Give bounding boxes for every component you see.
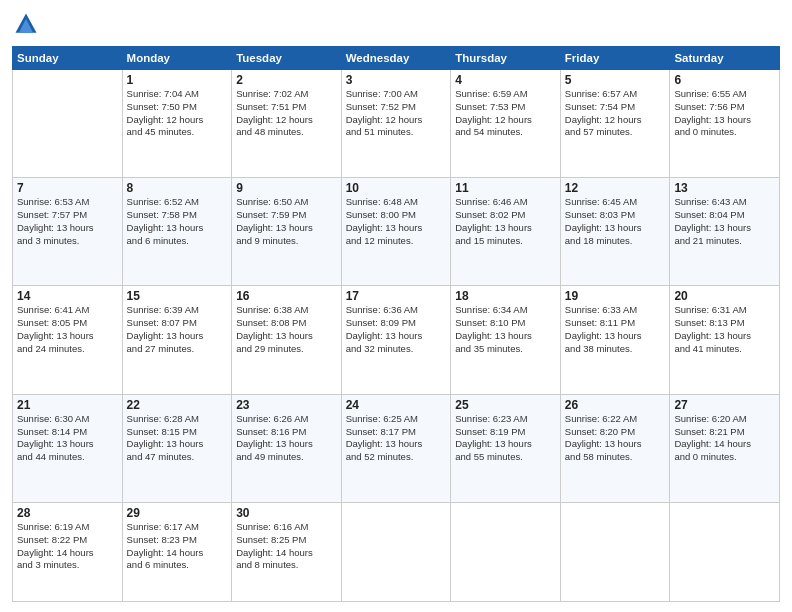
calendar-cell: 5Sunrise: 6:57 AM Sunset: 7:54 PM Daylig… [560,70,670,178]
calendar-cell: 15Sunrise: 6:39 AM Sunset: 8:07 PM Dayli… [122,286,232,394]
calendar-cell: 12Sunrise: 6:45 AM Sunset: 8:03 PM Dayli… [560,178,670,286]
day-info: Sunrise: 6:41 AM Sunset: 8:05 PM Dayligh… [17,304,118,355]
day-number: 27 [674,398,775,412]
calendar-cell: 25Sunrise: 6:23 AM Sunset: 8:19 PM Dayli… [451,394,561,502]
calendar-cell [451,502,561,601]
day-info: Sunrise: 6:33 AM Sunset: 8:11 PM Dayligh… [565,304,666,355]
day-number: 1 [127,73,228,87]
day-info: Sunrise: 6:20 AM Sunset: 8:21 PM Dayligh… [674,413,775,464]
day-number: 2 [236,73,337,87]
day-number: 7 [17,181,118,195]
page: SundayMondayTuesdayWednesdayThursdayFrid… [0,0,792,612]
day-info: Sunrise: 6:39 AM Sunset: 8:07 PM Dayligh… [127,304,228,355]
day-info: Sunrise: 7:04 AM Sunset: 7:50 PM Dayligh… [127,88,228,139]
day-info: Sunrise: 6:43 AM Sunset: 8:04 PM Dayligh… [674,196,775,247]
header [12,10,780,38]
logo-icon [12,10,40,38]
day-number: 24 [346,398,447,412]
calendar-cell: 21Sunrise: 6:30 AM Sunset: 8:14 PM Dayli… [13,394,123,502]
day-number: 13 [674,181,775,195]
calendar-cell [670,502,780,601]
day-info: Sunrise: 6:55 AM Sunset: 7:56 PM Dayligh… [674,88,775,139]
day-info: Sunrise: 6:52 AM Sunset: 7:58 PM Dayligh… [127,196,228,247]
day-number: 9 [236,181,337,195]
day-info: Sunrise: 6:57 AM Sunset: 7:54 PM Dayligh… [565,88,666,139]
day-info: Sunrise: 6:28 AM Sunset: 8:15 PM Dayligh… [127,413,228,464]
calendar-cell: 11Sunrise: 6:46 AM Sunset: 8:02 PM Dayli… [451,178,561,286]
calendar-cell: 8Sunrise: 6:52 AM Sunset: 7:58 PM Daylig… [122,178,232,286]
day-number: 18 [455,289,556,303]
day-number: 15 [127,289,228,303]
day-number: 30 [236,506,337,520]
calendar-cell: 1Sunrise: 7:04 AM Sunset: 7:50 PM Daylig… [122,70,232,178]
day-number: 4 [455,73,556,87]
day-number: 23 [236,398,337,412]
day-number: 21 [17,398,118,412]
day-number: 12 [565,181,666,195]
day-info: Sunrise: 6:16 AM Sunset: 8:25 PM Dayligh… [236,521,337,572]
day-number: 3 [346,73,447,87]
day-info: Sunrise: 6:59 AM Sunset: 7:53 PM Dayligh… [455,88,556,139]
weekday-header-thursday: Thursday [451,47,561,70]
day-info: Sunrise: 6:38 AM Sunset: 8:08 PM Dayligh… [236,304,337,355]
day-info: Sunrise: 6:23 AM Sunset: 8:19 PM Dayligh… [455,413,556,464]
calendar-cell: 22Sunrise: 6:28 AM Sunset: 8:15 PM Dayli… [122,394,232,502]
day-info: Sunrise: 6:36 AM Sunset: 8:09 PM Dayligh… [346,304,447,355]
calendar-cell: 27Sunrise: 6:20 AM Sunset: 8:21 PM Dayli… [670,394,780,502]
day-number: 14 [17,289,118,303]
calendar-cell: 2Sunrise: 7:02 AM Sunset: 7:51 PM Daylig… [232,70,342,178]
day-info: Sunrise: 6:22 AM Sunset: 8:20 PM Dayligh… [565,413,666,464]
day-info: Sunrise: 6:19 AM Sunset: 8:22 PM Dayligh… [17,521,118,572]
day-info: Sunrise: 6:45 AM Sunset: 8:03 PM Dayligh… [565,196,666,247]
day-info: Sunrise: 6:53 AM Sunset: 7:57 PM Dayligh… [17,196,118,247]
calendar-cell: 10Sunrise: 6:48 AM Sunset: 8:00 PM Dayli… [341,178,451,286]
calendar-cell: 19Sunrise: 6:33 AM Sunset: 8:11 PM Dayli… [560,286,670,394]
calendar-cell: 13Sunrise: 6:43 AM Sunset: 8:04 PM Dayli… [670,178,780,286]
calendar-cell: 16Sunrise: 6:38 AM Sunset: 8:08 PM Dayli… [232,286,342,394]
calendar-cell: 14Sunrise: 6:41 AM Sunset: 8:05 PM Dayli… [13,286,123,394]
calendar-cell [341,502,451,601]
calendar-cell: 17Sunrise: 6:36 AM Sunset: 8:09 PM Dayli… [341,286,451,394]
day-info: Sunrise: 6:25 AM Sunset: 8:17 PM Dayligh… [346,413,447,464]
day-info: Sunrise: 6:31 AM Sunset: 8:13 PM Dayligh… [674,304,775,355]
calendar-cell: 28Sunrise: 6:19 AM Sunset: 8:22 PM Dayli… [13,502,123,601]
weekday-header-wednesday: Wednesday [341,47,451,70]
weekday-header-sunday: Sunday [13,47,123,70]
logo [12,10,44,38]
calendar-cell: 30Sunrise: 6:16 AM Sunset: 8:25 PM Dayli… [232,502,342,601]
calendar-cell: 3Sunrise: 7:00 AM Sunset: 7:52 PM Daylig… [341,70,451,178]
calendar-week-4: 21Sunrise: 6:30 AM Sunset: 8:14 PM Dayli… [13,394,780,502]
day-info: Sunrise: 6:50 AM Sunset: 7:59 PM Dayligh… [236,196,337,247]
day-info: Sunrise: 6:34 AM Sunset: 8:10 PM Dayligh… [455,304,556,355]
weekday-header-row: SundayMondayTuesdayWednesdayThursdayFrid… [13,47,780,70]
day-info: Sunrise: 7:02 AM Sunset: 7:51 PM Dayligh… [236,88,337,139]
calendar-week-3: 14Sunrise: 6:41 AM Sunset: 8:05 PM Dayli… [13,286,780,394]
day-number: 11 [455,181,556,195]
calendar-body: 1Sunrise: 7:04 AM Sunset: 7:50 PM Daylig… [13,70,780,602]
calendar-cell [13,70,123,178]
calendar-cell: 26Sunrise: 6:22 AM Sunset: 8:20 PM Dayli… [560,394,670,502]
day-number: 25 [455,398,556,412]
calendar-week-2: 7Sunrise: 6:53 AM Sunset: 7:57 PM Daylig… [13,178,780,286]
day-info: Sunrise: 6:30 AM Sunset: 8:14 PM Dayligh… [17,413,118,464]
day-number: 22 [127,398,228,412]
calendar-cell: 18Sunrise: 6:34 AM Sunset: 8:10 PM Dayli… [451,286,561,394]
calendar-cell: 29Sunrise: 6:17 AM Sunset: 8:23 PM Dayli… [122,502,232,601]
day-info: Sunrise: 7:00 AM Sunset: 7:52 PM Dayligh… [346,88,447,139]
day-number: 8 [127,181,228,195]
day-number: 20 [674,289,775,303]
calendar-cell: 6Sunrise: 6:55 AM Sunset: 7:56 PM Daylig… [670,70,780,178]
day-number: 16 [236,289,337,303]
day-number: 28 [17,506,118,520]
day-number: 6 [674,73,775,87]
day-number: 29 [127,506,228,520]
day-info: Sunrise: 6:26 AM Sunset: 8:16 PM Dayligh… [236,413,337,464]
day-number: 10 [346,181,447,195]
calendar-week-1: 1Sunrise: 7:04 AM Sunset: 7:50 PM Daylig… [13,70,780,178]
calendar-header: SundayMondayTuesdayWednesdayThursdayFrid… [13,47,780,70]
weekday-header-monday: Monday [122,47,232,70]
weekday-header-friday: Friday [560,47,670,70]
day-number: 26 [565,398,666,412]
day-number: 17 [346,289,447,303]
day-info: Sunrise: 6:17 AM Sunset: 8:23 PM Dayligh… [127,521,228,572]
